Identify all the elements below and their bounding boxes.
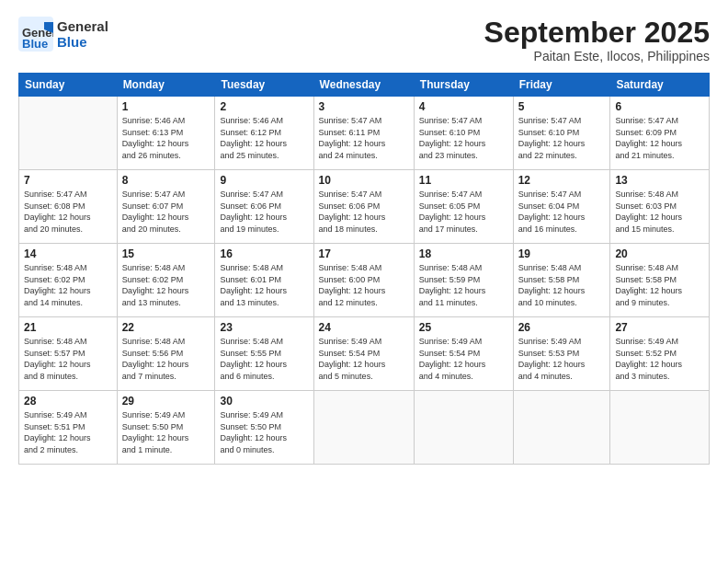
day-number: 5 <box>518 100 606 113</box>
weekday-header-monday: Monday <box>117 74 215 97</box>
calendar-week-2: 7Sunrise: 5:47 AM Sunset: 6:08 PM Daylig… <box>19 170 710 244</box>
calendar-cell: 14Sunrise: 5:48 AM Sunset: 6:02 PM Dayli… <box>19 244 118 317</box>
day-number: 1 <box>122 100 210 113</box>
header: General Blue General Blue September 2025… <box>18 17 710 63</box>
logo: General Blue General Blue <box>18 17 108 52</box>
calendar-cell: 7Sunrise: 5:47 AM Sunset: 6:08 PM Daylig… <box>19 170 118 244</box>
calendar-cell <box>513 391 610 465</box>
day-info: Sunrise: 5:47 AM Sunset: 6:09 PM Dayligh… <box>615 115 704 161</box>
calendar-cell <box>313 391 414 465</box>
day-info: Sunrise: 5:49 AM Sunset: 5:52 PM Dayligh… <box>615 336 704 382</box>
day-info: Sunrise: 5:47 AM Sunset: 6:08 PM Dayligh… <box>24 189 112 235</box>
calendar-cell: 10Sunrise: 5:47 AM Sunset: 6:06 PM Dayli… <box>313 170 414 244</box>
day-info: Sunrise: 5:47 AM Sunset: 6:05 PM Dayligh… <box>419 189 508 235</box>
calendar-cell: 18Sunrise: 5:48 AM Sunset: 5:59 PM Dayli… <box>414 244 513 317</box>
calendar-cell: 1Sunrise: 5:46 AM Sunset: 6:13 PM Daylig… <box>117 97 215 170</box>
logo-icon: General Blue <box>18 17 53 52</box>
calendar-cell: 15Sunrise: 5:48 AM Sunset: 6:02 PM Dayli… <box>117 244 215 317</box>
day-number: 4 <box>419 100 508 113</box>
day-info: Sunrise: 5:48 AM Sunset: 5:58 PM Dayligh… <box>615 262 704 308</box>
calendar-cell: 28Sunrise: 5:49 AM Sunset: 5:51 PM Dayli… <box>19 391 118 465</box>
day-number: 25 <box>419 321 508 334</box>
day-number: 24 <box>319 321 409 334</box>
day-number: 23 <box>220 321 308 334</box>
day-number: 7 <box>24 174 112 187</box>
calendar-cell: 30Sunrise: 5:49 AM Sunset: 5:50 PM Dayli… <box>215 391 313 465</box>
day-number: 8 <box>122 174 210 187</box>
calendar-cell: 24Sunrise: 5:49 AM Sunset: 5:54 PM Dayli… <box>313 317 414 391</box>
day-info: Sunrise: 5:48 AM Sunset: 5:56 PM Dayligh… <box>122 336 210 382</box>
day-info: Sunrise: 5:48 AM Sunset: 5:59 PM Dayligh… <box>419 262 508 308</box>
calendar-cell: 5Sunrise: 5:47 AM Sunset: 6:10 PM Daylig… <box>513 97 610 170</box>
day-number: 18 <box>419 247 508 260</box>
day-info: Sunrise: 5:47 AM Sunset: 6:10 PM Dayligh… <box>518 115 606 161</box>
logo-general: General <box>57 18 108 34</box>
day-info: Sunrise: 5:48 AM Sunset: 6:02 PM Dayligh… <box>122 262 210 308</box>
day-info: Sunrise: 5:48 AM Sunset: 5:57 PM Dayligh… <box>24 336 112 382</box>
day-number: 19 <box>518 247 606 260</box>
calendar-cell: 12Sunrise: 5:47 AM Sunset: 6:04 PM Dayli… <box>513 170 610 244</box>
calendar-cell <box>414 391 513 465</box>
weekday-header-tuesday: Tuesday <box>215 74 313 97</box>
day-info: Sunrise: 5:47 AM Sunset: 6:04 PM Dayligh… <box>518 189 606 235</box>
day-info: Sunrise: 5:48 AM Sunset: 6:01 PM Dayligh… <box>220 262 308 308</box>
day-number: 22 <box>122 321 210 334</box>
day-info: Sunrise: 5:48 AM Sunset: 5:58 PM Dayligh… <box>518 262 606 308</box>
day-number: 10 <box>319 174 409 187</box>
day-info: Sunrise: 5:48 AM Sunset: 6:02 PM Dayligh… <box>24 262 112 308</box>
weekday-header-sunday: Sunday <box>19 74 118 97</box>
month-title: September 2025 <box>484 17 710 49</box>
day-info: Sunrise: 5:46 AM Sunset: 6:12 PM Dayligh… <box>220 115 308 161</box>
day-number: 15 <box>122 247 210 260</box>
day-info: Sunrise: 5:47 AM Sunset: 6:06 PM Dayligh… <box>319 189 409 235</box>
day-number: 9 <box>220 174 308 187</box>
day-info: Sunrise: 5:49 AM Sunset: 5:51 PM Dayligh… <box>24 409 112 455</box>
calendar-cell <box>610 391 710 465</box>
logo-text: General Blue <box>57 18 108 50</box>
day-info: Sunrise: 5:47 AM Sunset: 6:11 PM Dayligh… <box>319 115 409 161</box>
weekday-header-saturday: Saturday <box>610 74 710 97</box>
calendar-table: SundayMondayTuesdayWednesdayThursdayFrid… <box>18 73 710 465</box>
day-info: Sunrise: 5:48 AM Sunset: 6:03 PM Dayligh… <box>615 189 704 235</box>
logo-blue: Blue <box>57 34 108 50</box>
calendar-cell: 17Sunrise: 5:48 AM Sunset: 6:00 PM Dayli… <box>313 244 414 317</box>
calendar-cell: 27Sunrise: 5:49 AM Sunset: 5:52 PM Dayli… <box>610 317 710 391</box>
day-info: Sunrise: 5:47 AM Sunset: 6:06 PM Dayligh… <box>220 189 308 235</box>
calendar-cell: 23Sunrise: 5:48 AM Sunset: 5:55 PM Dayli… <box>215 317 313 391</box>
calendar-week-3: 14Sunrise: 5:48 AM Sunset: 6:02 PM Dayli… <box>19 244 710 317</box>
calendar-cell: 8Sunrise: 5:47 AM Sunset: 6:07 PM Daylig… <box>117 170 215 244</box>
day-number: 29 <box>122 395 210 408</box>
calendar-cell: 9Sunrise: 5:47 AM Sunset: 6:06 PM Daylig… <box>215 170 313 244</box>
weekday-header-friday: Friday <box>513 74 610 97</box>
day-number: 14 <box>24 247 112 260</box>
calendar-cell: 2Sunrise: 5:46 AM Sunset: 6:12 PM Daylig… <box>215 97 313 170</box>
day-number: 26 <box>518 321 606 334</box>
day-number: 28 <box>24 395 112 408</box>
day-info: Sunrise: 5:47 AM Sunset: 6:07 PM Dayligh… <box>122 189 210 235</box>
page: General Blue General Blue September 2025… <box>0 0 728 563</box>
day-number: 21 <box>24 321 112 334</box>
calendar-cell: 19Sunrise: 5:48 AM Sunset: 5:58 PM Dayli… <box>513 244 610 317</box>
calendar-cell: 11Sunrise: 5:47 AM Sunset: 6:05 PM Dayli… <box>414 170 513 244</box>
location-subtitle: Paitan Este, Ilocos, Philippines <box>484 49 710 63</box>
weekday-header-thursday: Thursday <box>414 74 513 97</box>
day-number: 16 <box>220 247 308 260</box>
day-number: 12 <box>518 174 606 187</box>
calendar-cell: 22Sunrise: 5:48 AM Sunset: 5:56 PM Dayli… <box>117 317 215 391</box>
calendar-cell <box>19 97 118 170</box>
calendar-cell: 4Sunrise: 5:47 AM Sunset: 6:10 PM Daylig… <box>414 97 513 170</box>
calendar-cell: 6Sunrise: 5:47 AM Sunset: 6:09 PM Daylig… <box>610 97 710 170</box>
day-number: 3 <box>319 100 409 113</box>
day-info: Sunrise: 5:49 AM Sunset: 5:50 PM Dayligh… <box>220 409 308 455</box>
day-number: 6 <box>615 100 704 113</box>
day-number: 27 <box>615 321 704 334</box>
calendar-cell: 3Sunrise: 5:47 AM Sunset: 6:11 PM Daylig… <box>313 97 414 170</box>
calendar-cell: 29Sunrise: 5:49 AM Sunset: 5:50 PM Dayli… <box>117 391 215 465</box>
calendar-cell: 16Sunrise: 5:48 AM Sunset: 6:01 PM Dayli… <box>215 244 313 317</box>
svg-text:Blue: Blue <box>22 37 48 51</box>
day-number: 11 <box>419 174 508 187</box>
day-info: Sunrise: 5:49 AM Sunset: 5:53 PM Dayligh… <box>518 336 606 382</box>
day-number: 13 <box>615 174 704 187</box>
day-info: Sunrise: 5:48 AM Sunset: 6:00 PM Dayligh… <box>319 262 409 308</box>
calendar-cell: 13Sunrise: 5:48 AM Sunset: 6:03 PM Dayli… <box>610 170 710 244</box>
